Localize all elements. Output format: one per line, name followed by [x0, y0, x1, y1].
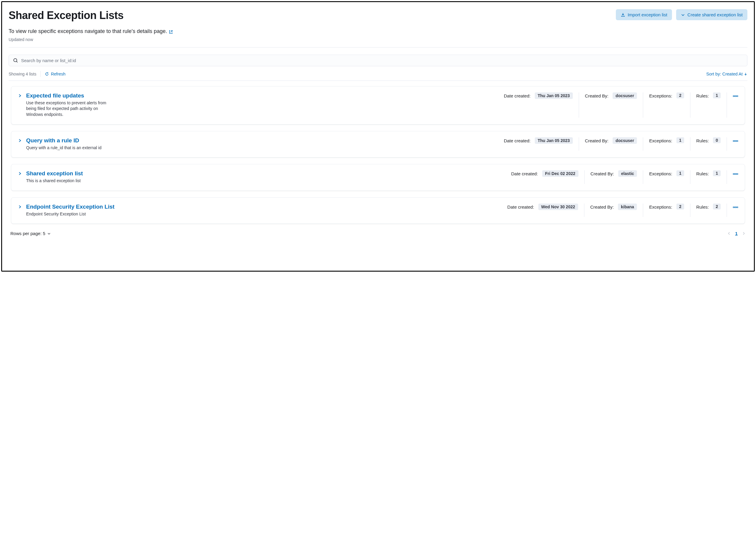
- list-card: Query with a rule ID Query with a rule_i…: [11, 131, 745, 158]
- list-description: Endpoint Security Exception List: [26, 211, 112, 217]
- exceptions-count: 2: [676, 92, 684, 98]
- date-created-label: Date created:: [504, 137, 531, 143]
- created-by-value: elastic: [618, 170, 637, 177]
- chevron-down-icon: [681, 13, 685, 17]
- svg-rect-2: [735, 96, 736, 97]
- import-icon: [621, 12, 625, 17]
- sort-down-icon: [744, 72, 747, 76]
- list-card: Expected file updates Use these exceptio…: [11, 86, 745, 124]
- expand-toggle[interactable]: [18, 205, 22, 209]
- date-created-value: Thu Jan 05 2023: [535, 92, 573, 99]
- expand-toggle[interactable]: [18, 171, 22, 176]
- divider: [690, 92, 690, 118]
- exceptions-label: Exceptions:: [649, 137, 672, 143]
- exceptions-count: 2: [676, 203, 684, 209]
- exceptions-label: Exceptions:: [649, 92, 672, 98]
- date-created-label: Date created:: [507, 203, 534, 209]
- divider: [690, 203, 690, 217]
- page-next-button[interactable]: [742, 231, 746, 235]
- rules-count: 0: [713, 137, 721, 143]
- created-by-label: Created By:: [585, 92, 608, 98]
- svg-rect-9: [737, 173, 738, 174]
- expand-toggle[interactable]: [18, 138, 22, 143]
- list-title-link[interactable]: Shared exception list: [26, 170, 507, 177]
- updated-text: Updated now: [9, 37, 747, 42]
- svg-rect-10: [733, 207, 734, 208]
- more-actions-button[interactable]: [733, 203, 738, 209]
- list-card: Endpoint Security Exception List Endpoin…: [11, 197, 745, 224]
- search-field[interactable]: [9, 55, 747, 66]
- divider: [584, 170, 585, 184]
- created-by-label: Created By:: [590, 203, 614, 209]
- created-by-label: Created By:: [585, 137, 608, 143]
- divider: [690, 170, 690, 184]
- rules-count: 1: [713, 92, 721, 98]
- more-actions-button[interactable]: [733, 92, 738, 98]
- more-actions-button[interactable]: [733, 137, 738, 143]
- more-actions-button[interactable]: [733, 170, 738, 176]
- divider: [9, 47, 747, 48]
- divider: [9, 80, 747, 81]
- search-icon: [13, 58, 18, 63]
- date-created-label: Date created:: [504, 92, 531, 98]
- import-exception-list-button[interactable]: Import exception list: [616, 9, 672, 20]
- showing-count: Showing 4 lists: [9, 72, 36, 76]
- popout-icon[interactable]: [169, 29, 173, 34]
- divider: [40, 71, 41, 77]
- svg-rect-7: [733, 173, 734, 174]
- expand-toggle[interactable]: [18, 94, 22, 98]
- page-prev-button[interactable]: [727, 231, 731, 235]
- svg-rect-5: [735, 140, 736, 141]
- exceptions-label: Exceptions:: [649, 170, 672, 176]
- divider: [727, 170, 727, 184]
- rules-label: Rules:: [696, 203, 709, 209]
- created-by-value: kibana: [618, 203, 637, 210]
- pagination: 1: [727, 231, 746, 236]
- date-created-value: Fri Dec 02 2022: [542, 170, 578, 177]
- exceptions-label: Exceptions:: [649, 203, 672, 209]
- svg-rect-11: [735, 207, 736, 208]
- rules-label: Rules:: [696, 137, 709, 143]
- create-shared-exception-list-button[interactable]: Create shared exception list: [676, 9, 747, 20]
- divider: [579, 137, 579, 151]
- svg-point-0: [14, 59, 17, 62]
- created-by-label: Created By:: [591, 170, 614, 176]
- refresh-icon: [45, 72, 49, 76]
- divider: [690, 137, 690, 151]
- created-by-value: docsuser: [613, 137, 637, 144]
- date-created-label: Date created:: [511, 170, 538, 176]
- divider: [727, 203, 727, 217]
- date-created-value: Wed Nov 30 2022: [538, 203, 578, 210]
- search-input[interactable]: [21, 58, 743, 63]
- page-current[interactable]: 1: [735, 231, 738, 236]
- svg-rect-3: [737, 96, 738, 97]
- rows-per-page-button[interactable]: Rows per page: 5: [10, 231, 51, 236]
- list-description: Query with a rule_id that is an external…: [26, 145, 112, 151]
- exceptions-count: 1: [676, 137, 684, 143]
- svg-rect-4: [733, 140, 734, 141]
- sort-button[interactable]: Sort by: Created At: [706, 72, 747, 76]
- page-title: Shared Exception Lists: [9, 9, 124, 22]
- divider: [727, 92, 727, 118]
- page-subtitle: To view rule specific exceptions navigat…: [9, 28, 747, 35]
- refresh-button[interactable]: Refresh: [45, 72, 65, 76]
- divider: [727, 137, 727, 151]
- svg-rect-12: [737, 207, 738, 208]
- divider: [579, 92, 579, 118]
- list-description: This is a shared exception list: [26, 178, 112, 184]
- divider: [584, 203, 584, 217]
- svg-rect-8: [735, 173, 736, 174]
- rules-count: 1: [713, 170, 721, 176]
- svg-rect-1: [733, 96, 734, 97]
- list-title-link[interactable]: Expected file updates: [26, 92, 500, 99]
- svg-rect-6: [737, 140, 738, 141]
- list-description: Use these exceptions to prevent alerts f…: [26, 100, 112, 118]
- rules-label: Rules:: [696, 170, 709, 176]
- list-title-link[interactable]: Query with a rule ID: [26, 137, 500, 144]
- rules-label: Rules:: [696, 92, 709, 98]
- date-created-value: Thu Jan 05 2023: [535, 137, 573, 144]
- list-title-link[interactable]: Endpoint Security Exception List: [26, 203, 503, 210]
- exceptions-count: 1: [676, 170, 684, 176]
- rules-count: 2: [713, 203, 721, 209]
- list-card: Shared exception list This is a shared e…: [11, 164, 745, 191]
